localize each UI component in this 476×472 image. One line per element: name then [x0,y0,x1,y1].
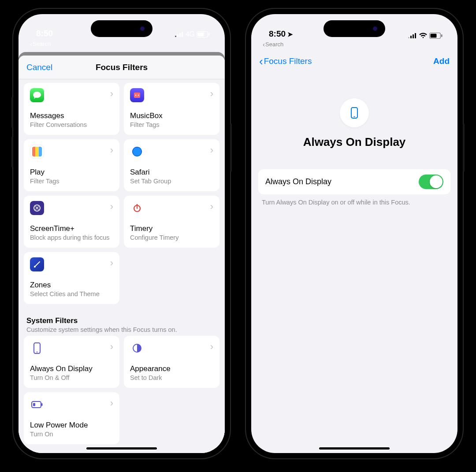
card-title: Appearance [130,364,213,373]
system-card-aod[interactable]: › Always On Display Turn On & Off [24,336,119,388]
card-title: Play [30,168,113,177]
svg-point-12 [34,266,36,268]
chevron-right-icon: › [110,202,113,212]
chevron-right-icon: › [110,342,113,352]
card-title: ScreenTime+ [30,224,113,233]
cancel-button[interactable]: Cancel [26,63,52,72]
cellular-icon [408,33,417,38]
chevron-right-icon: › [210,342,213,352]
add-button[interactable]: Add [433,56,450,66]
card-title: Low Power Mode [30,421,113,430]
sheet: Cancel Focus Filters › [19,56,225,453]
svg-rect-1 [177,34,178,37]
chevron-right-icon: › [210,202,213,212]
sheet-backdrop: Cancel Focus Filters › [19,52,225,453]
messages-icon [30,88,44,102]
phone-icon [30,341,44,355]
card-title: Always On Display [30,364,113,373]
breadcrumb-back[interactable]: ‹ Search [251,40,457,51]
svg-point-9 [138,95,139,96]
network-label: 4G [186,30,195,38]
battery-icon [197,31,210,37]
safari-icon [130,145,144,159]
svg-rect-5 [198,33,204,37]
card-subtitle: Set Tab Group [130,178,213,185]
card-subtitle: Turn On & Off [30,374,113,382]
breadcrumb-back[interactable]: ‹ Search [19,39,225,50]
svg-rect-27 [353,116,355,117]
status-right: 4G [175,30,210,38]
back-button[interactable]: ‹ Focus Filters [259,56,312,67]
iphone-frame-left: 8:50 4G ‹ Search Cancel Focus Filters [13,9,230,458]
sheet-header: Cancel Focus Filters [19,56,225,79]
chevron-left-icon: ‹ [30,40,32,48]
battery-icon [429,33,443,39]
home-indicator[interactable] [319,447,390,450]
status-right [408,33,443,39]
hero-title: Always On Display [303,135,406,149]
filter-card-musicbox[interactable]: › MusicBox Filter Tags [124,83,219,135]
card-subtitle: Set to Dark [130,374,213,382]
toggle-aod[interactable] [419,175,443,189]
filter-card-screentime[interactable]: › ScreenTime+ Block apps during this foc… [24,196,119,248]
card-subtitle: Filter Conversations [30,121,113,129]
system-card-lowpower[interactable]: › Low Power Mode Turn On [24,392,119,444]
wifi-icon [419,33,428,39]
svg-point-8 [135,95,137,96]
svg-rect-14 [36,352,38,353]
screen: 8:50 ➤ ‹ Search ‹ Focus Filters Add Alwa… [251,14,457,453]
home-indicator[interactable] [86,447,157,450]
svg-rect-20 [410,36,412,38]
system-filters-grid: › Always On Display Turn On & Off [24,336,219,444]
card-subtitle: Filter Tags [30,178,113,185]
card-subtitle: Filter Tags [130,121,213,129]
battery-low-icon [30,398,44,412]
location-icon: ➤ [286,30,293,38]
app-filters-grid: › Messages Filter Conversations [24,83,219,304]
screen: 8:50 4G ‹ Search Cancel Focus Filters [19,14,225,453]
iphone-frame-right: 8:50 ➤ ‹ Search ‹ Focus Filters Add Alwa… [246,9,463,458]
chevron-right-icon: › [210,145,213,155]
svg-rect-24 [431,34,437,38]
hero: Always On Display [251,72,457,165]
card-subtitle: Configure Timery [130,234,213,242]
chevron-right-icon: › [110,89,113,99]
svg-rect-22 [415,33,416,38]
card-title: Messages [30,111,113,120]
svg-rect-7 [134,93,140,98]
filter-card-timery[interactable]: › Timery Configure Timery [124,196,219,248]
nav-bar: ‹ Focus Filters Add [251,51,457,72]
chevron-left-icon: ‹ [263,41,265,48]
sheet-content[interactable]: › Messages Filter Conversations [19,79,225,453]
setting-label: Always On Display [265,177,331,186]
filter-card-messages[interactable]: › Messages Filter Conversations [24,83,119,135]
chevron-right-icon: › [110,398,113,408]
card-title: Safari [130,168,213,177]
cellular-icon [175,32,184,37]
dynamic-island [91,20,152,37]
play-icon [30,145,44,159]
section-title: System Filters [26,316,218,325]
svg-rect-18 [41,403,43,406]
screentime-icon [30,201,44,215]
svg-rect-11 [137,204,138,205]
setting-row-aod: Always On Display [258,169,450,194]
chevron-right-icon: › [110,258,113,268]
svg-rect-17 [33,403,35,406]
filter-card-safari[interactable]: › Safari Set Tab Group [124,139,219,191]
card-title: Zones [30,281,113,290]
footer-note: Turn Always On Display on or off while i… [262,199,447,206]
card-subtitle: Turn On [30,431,113,438]
chevron-right-icon: › [110,145,113,155]
section-subtitle: Customize system settings when this Focu… [26,326,218,333]
zones-icon [30,257,44,271]
filter-card-play[interactable]: › Play Filter Tags [24,139,119,191]
sheet-title: Focus Filters [96,63,148,72]
card-title: Timery [130,224,213,233]
system-card-appearance[interactable]: › Appearance Set to Dark [124,336,219,388]
filter-card-zones[interactable]: › Zones Select Cities and Theme [24,252,119,304]
status-time: 8:50 ➤ [269,29,293,39]
status-time: 8:50 [36,29,53,38]
musicbox-icon [130,88,144,102]
chevron-left-icon: ‹ [259,56,263,67]
